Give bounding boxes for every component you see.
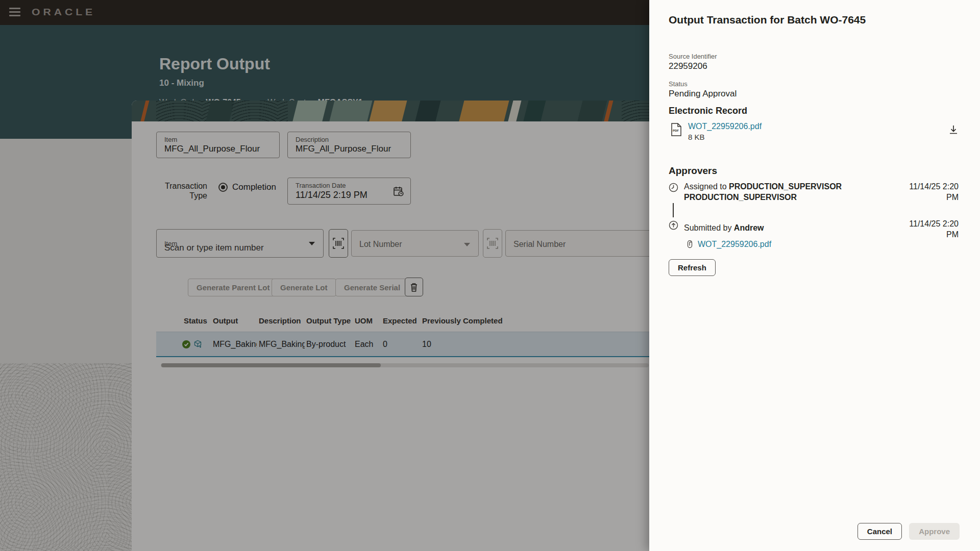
paperclip-icon (685, 240, 694, 249)
status-label: Status (669, 80, 688, 88)
electronic-record-file-link[interactable]: WOT_22959206.pdf (688, 122, 762, 131)
assigned-timestamp: 11/14/25 2:20 PM (897, 181, 959, 203)
status-value: Pending Approval (669, 89, 737, 99)
drawer-title: Output Transaction for Batch WO-7645 (669, 14, 866, 26)
overlay-scrim[interactable] (0, 0, 649, 551)
cancel-button[interactable]: Cancel (857, 523, 902, 540)
file-size: 8 KB (688, 133, 705, 141)
submitted-icon (669, 220, 678, 230)
electronic-record-heading: Electronic Record (669, 106, 747, 116)
approval-attachment-link[interactable]: WOT_22959206.pdf (698, 240, 771, 249)
submitted-timestamp: 11/14/25 2:20 PM (897, 218, 959, 240)
assigned-to-text: Assigned to PRODUCTION_SUPERVISOR PRODUC… (684, 181, 857, 203)
download-icon[interactable] (948, 124, 959, 135)
source-identifier-value: 22959206 (669, 61, 707, 71)
source-identifier-label: Source Identifier (669, 53, 717, 60)
output-transaction-drawer: Output Transaction for Batch WO-7645 Sou… (649, 0, 980, 551)
pdf-badge: PDF (673, 129, 679, 132)
timeline-connector (673, 203, 674, 217)
submitted-prefix: Submitted by (684, 223, 734, 232)
approvers-heading: Approvers (669, 165, 717, 177)
refresh-button[interactable]: Refresh (669, 259, 716, 276)
assigned-prefix: Assigned to (684, 182, 729, 191)
application-window: ORACLE Report Output 10 - Mixing Work Or… (0, 0, 980, 551)
submitted-name: Andrew (734, 223, 764, 232)
pdf-file-icon: PDF (671, 122, 682, 137)
approve-button[interactable]: Approve (909, 523, 960, 540)
submitted-by-text: Submitted by Andrew (684, 222, 857, 233)
clock-icon (669, 183, 678, 192)
